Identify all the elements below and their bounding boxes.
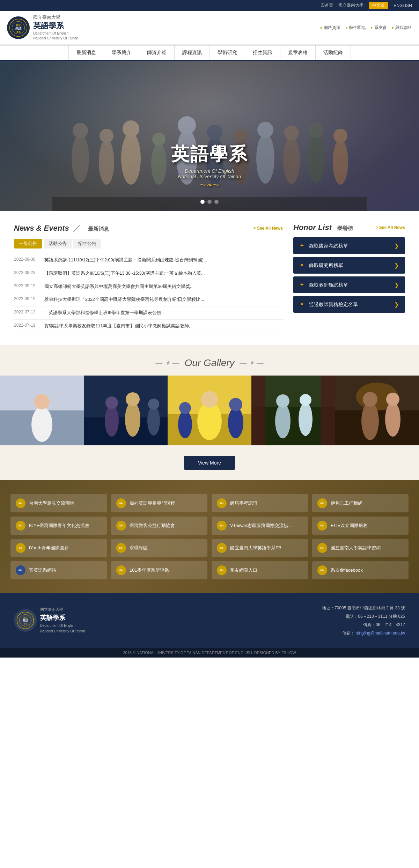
footer-email-link[interactable]: singling@mail.nutn.edu.tw (356, 631, 405, 636)
link-icon-14: ✏ (217, 565, 227, 575)
topbar-home-link[interactable]: 回首頁 (321, 2, 333, 8)
hero-background: 英語學系 Department Of English National Univ… (0, 61, 419, 211)
hero-decoration: 〜❧〜 (171, 180, 248, 190)
gallery-section: — ✦ — Our Gallery — ✦ — (0, 345, 419, 480)
link-label-7: ELIV以立國際服務 (331, 522, 368, 529)
link-item-3[interactable]: ✏ 伊甸志工行動網 (312, 494, 409, 512)
link-item-1[interactable]: ✏ 加社英語專長專門課程 (111, 494, 207, 512)
link-label-2: 師培學程認證 (230, 500, 257, 506)
news-text: 【演講取消】英語系之III/10/6(三)下午13:30~15:30(演講主題:… (44, 270, 205, 277)
link-icon-13: ✏ (116, 565, 126, 575)
slider-dot-1[interactable] (200, 200, 205, 204)
honor-item-1[interactable]: ✦ 錄取國家考試榜單 ❯ (293, 237, 405, 254)
nav-activities[interactable]: 活動紀錄 (316, 45, 351, 60)
news-item[interactable]: 2022-09-19 國立高雄師範大學英語系與中壢萬裔美文學會共同主辦第30屆美… (14, 280, 283, 294)
svg-text:學系: 學系 (24, 623, 27, 625)
link-item-10[interactable]: ✏ 國立臺南大學英語學系FB (212, 539, 308, 557)
link-item-2[interactable]: ✏ 師培學程認證 (212, 494, 308, 512)
link-item-0[interactable]: ✏ 台南大學意見交流園地 (10, 494, 107, 512)
link-icon-3: ✏ (317, 498, 327, 508)
honor-item-2[interactable]: ✦ 錄取研究所榜單 ❯ (293, 257, 405, 274)
nav-courses[interactable]: 課程資訊 (175, 45, 210, 60)
slider-dot-2[interactable] (207, 200, 212, 204)
nav-rules[interactable]: 規章表格 (280, 45, 316, 60)
gallery-image-5[interactable] (335, 376, 419, 445)
gallery-image-2[interactable] (84, 376, 168, 445)
link-item-7[interactable]: ✏ ELIV以立國際服務 (312, 517, 409, 535)
news-see-all-link[interactable]: See All News (253, 226, 283, 231)
link-item-14[interactable]: ✏ 系友網頁入口 (212, 561, 308, 579)
department-name-en: Department Of English National Universit… (33, 31, 78, 41)
footer-logo-text: 國立臺南大學 英語學系 Department Of English Nation… (40, 607, 85, 634)
link-item-8[interactable]: ✏ iYouth青年國際圓夢 (10, 539, 107, 557)
nav-news[interactable]: 最新消息 (68, 45, 104, 60)
link-item-9[interactable]: ✏ 求職專區 (111, 539, 207, 557)
svg-point-36 (105, 405, 119, 437)
link-item-6[interactable]: ✏ VTaiwan志願服務國際交流協... (212, 517, 308, 535)
news-tab-general[interactable]: 一般公告 (14, 239, 42, 248)
view-more-button[interactable]: View More (184, 456, 235, 470)
slider-dots (200, 200, 219, 204)
news-text: 國立高雄師範大學英語系與中壢萬裔美文學會共同主辦第30屆美術文學獎... (44, 283, 193, 290)
svg-point-45 (201, 391, 218, 408)
topbar-univ-link[interactable]: 國立臺南大學 (338, 2, 363, 8)
news-item[interactable]: 2022-09-19 雅東科技大學辦理「2022全國高中職暨大學院校臺灣礼等農創… (14, 293, 283, 306)
svg-point-40 (147, 406, 160, 436)
news-tab-admissions[interactable]: 招生公告 (73, 239, 101, 248)
nav-about[interactable]: 學系簡介 (104, 45, 139, 60)
svg-point-27 (333, 129, 347, 143)
footer-logo-emblem: 國立 英語 學系 (14, 609, 37, 632)
news-section-title: News & Events ／ 最新消息 See All News (14, 223, 283, 233)
header-link-alumni[interactable]: 系友會 (371, 25, 387, 31)
nav-admissions[interactable]: 招生資訊 (245, 45, 280, 60)
news-item[interactable]: 2022-07-19 賀!英語學系畢業校友錄取111年度【臺南市】國民小學教師甄… (14, 320, 283, 333)
logo-emblem: 國立 英語 學系 (7, 16, 30, 39)
logo-text: 國立臺南大學 英語學系 Department Of English Nation… (33, 14, 78, 41)
footer-copyright: 2018 © NATIONAL UNIVERSITY OF TAINAN DEP… (0, 648, 419, 658)
honor-item-3[interactable]: ✦ 錄取教師甄試榜單 ❯ (293, 276, 405, 293)
link-item-12[interactable]: ✏ 寄英語系網站 (10, 561, 107, 579)
svg-rect-53 (321, 376, 335, 445)
news-tab-events[interactable]: 活動公告 (44, 239, 72, 248)
honor-see-all-link[interactable]: See All News (375, 225, 405, 230)
link-item-4[interactable]: ✏ ICYE臺灣國際青年文化交流會 (10, 517, 107, 535)
svg-point-13 (152, 133, 166, 146)
news-title: News & Events (14, 224, 69, 232)
news-date: 2022-09-23 (14, 270, 40, 275)
honor-title: Honor List (293, 223, 332, 232)
gallery-strip (0, 376, 419, 445)
gallery-image-4[interactable] (251, 376, 335, 445)
news-item[interactable]: 2022-09-23 【演講取消】英語系之III/10/6(三)下午13:30~… (14, 267, 283, 280)
nav-research[interactable]: 學術研究 (210, 45, 245, 60)
link-item-13[interactable]: ✏ 101學年度系所評鑑 (111, 561, 207, 579)
slider-dot-3[interactable] (214, 200, 219, 204)
link-item-5[interactable]: ✏ 臺灣微客公益行動協會 (111, 517, 207, 535)
svg-rect-5 (52, 197, 367, 211)
header-link-contact[interactable]: 與我聯絡 (392, 25, 412, 31)
gallery-image-3[interactable] (168, 376, 251, 445)
svg-point-17 (207, 125, 222, 140)
svg-point-21 (257, 122, 273, 138)
gallery-image-1[interactable] (0, 376, 84, 445)
header-link-students[interactable]: 學生園地 (346, 25, 366, 31)
news-title-cn: 最新消息 (88, 226, 109, 232)
link-item-15[interactable]: ✏ 系友會facebook (312, 561, 409, 579)
news-item[interactable]: 2022-09-30 英語系演講-111/10/12(三)下午2:00(演講主題… (14, 254, 283, 267)
svg-point-23 (284, 126, 299, 140)
link-item-11[interactable]: ✏ 國立臺南大學英語學習網 (312, 539, 409, 557)
header-link-resources[interactable]: 網路資源 (321, 25, 340, 31)
top-bar: 回首頁 國立臺南大學 中文版 ENGLISH (0, 0, 419, 11)
link-icon-2: ✏ (217, 498, 227, 508)
svg-point-8 (99, 139, 114, 185)
news-item[interactable]: 2022-07-13 ---英語學系大學部和進修學士班III學年度第一學期課表公… (14, 306, 283, 320)
footer-tel: 電話：06－213－3111 分機 626 (322, 612, 405, 621)
svg-point-38 (125, 402, 140, 437)
news-date: 2022-09-19 (14, 296, 40, 301)
nav-faculty[interactable]: 師資介紹 (139, 45, 175, 60)
link-label-10: 國立臺南大學英語學系FB (230, 545, 281, 551)
honor-item-4[interactable]: ✦ 通過教師資格檢定名單 ❯ (293, 296, 405, 313)
topbar-lang-en[interactable]: ENGLISH (394, 3, 412, 8)
topbar-lang-zh[interactable]: 中文版 (369, 2, 388, 9)
link-label-13: 101學年度系所評鑑 (130, 567, 169, 573)
footer-dept-name: 英語學系 (40, 613, 85, 623)
